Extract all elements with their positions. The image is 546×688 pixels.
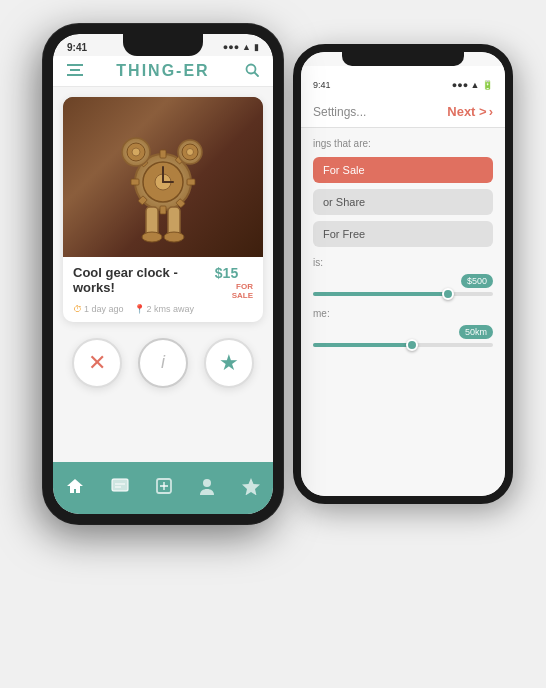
- svg-marker-35: [242, 478, 260, 495]
- card-title-text: Cool gear clock - works!: [73, 265, 215, 295]
- distance-slider-thumb[interactable]: [406, 339, 418, 351]
- distance-slider-fill: [313, 343, 412, 347]
- nav-profile[interactable]: [198, 477, 216, 495]
- settings-content: ings that are: For Sale or Share For Fre…: [301, 128, 505, 496]
- card-price-label: FOR SALE: [215, 282, 253, 300]
- price-slider-track[interactable]: [313, 292, 493, 296]
- svg-point-25: [164, 232, 184, 242]
- distance-slider-track[interactable]: [313, 343, 493, 347]
- status-time: 9:41: [67, 42, 87, 53]
- nav-post[interactable]: [155, 477, 173, 495]
- phone-back: 9:41 ●●● ▲ 🔋 Settings... Next > › ings t…: [293, 44, 513, 504]
- card-meta: ⏱ 1 day ago 📍 2 kms away: [73, 304, 253, 314]
- dismiss-button[interactable]: ✕: [72, 338, 122, 388]
- back-header: Settings... Next > ›: [301, 94, 505, 128]
- svg-point-34: [203, 479, 211, 487]
- bottom-nav: [53, 462, 273, 514]
- info-button[interactable]: i: [138, 338, 188, 388]
- nav-messages[interactable]: [110, 477, 130, 495]
- price-slider-fill: [313, 292, 448, 296]
- nav-home[interactable]: [65, 477, 85, 495]
- phone-screen: 9:41 ●●● ▲ ▮ THING-ER: [53, 34, 273, 514]
- card-area: Cool gear clock - works! $15 FOR SALE ⏱ …: [53, 87, 273, 462]
- filter-subtitle: ings that are:: [313, 138, 493, 149]
- like-button[interactable]: ★: [204, 338, 254, 388]
- distance-value: 50km: [459, 325, 493, 339]
- card-age: ⏱ 1 day ago: [73, 304, 124, 314]
- menu-icon[interactable]: [67, 63, 91, 79]
- svg-rect-8: [160, 150, 166, 158]
- svg-rect-11: [187, 179, 195, 185]
- svg-point-21: [187, 149, 194, 156]
- price-value: $500: [461, 274, 493, 288]
- phone-front: 9:41 ●●● ▲ ▮ THING-ER: [43, 24, 283, 524]
- card-distance: 📍 2 kms away: [134, 304, 195, 314]
- svg-rect-9: [160, 206, 166, 214]
- clock-icon: ⏱: [73, 304, 82, 314]
- search-icon[interactable]: [235, 63, 259, 80]
- filter-for-share[interactable]: or Share: [313, 189, 493, 215]
- svg-rect-10: [131, 179, 139, 185]
- app-logo: THING-ER: [91, 62, 235, 80]
- phone-notch: [123, 34, 203, 56]
- settings-title: Settings...: [313, 105, 366, 119]
- distance-slider-container: 50km: [313, 325, 493, 347]
- next-button[interactable]: Next > ›: [447, 104, 493, 119]
- card-title-row: Cool gear clock - works! $15 FOR SALE: [73, 265, 253, 300]
- app-header: THING-ER: [53, 56, 273, 87]
- svg-point-24: [142, 232, 162, 242]
- action-buttons: ✕ i ★: [63, 330, 263, 396]
- svg-point-18: [132, 148, 140, 156]
- back-status-bar: 9:41 ●●● ▲ 🔋: [301, 66, 505, 94]
- status-icons: ●●● ▲ ▮: [223, 42, 259, 52]
- price-section-label: is:: [313, 257, 493, 268]
- location-icon: 📍: [134, 304, 145, 314]
- distance-section-label: me:: [313, 308, 493, 319]
- filter-for-free[interactable]: For Free: [313, 221, 493, 247]
- price-slider-thumb[interactable]: [442, 288, 454, 300]
- for-sale-button[interactable]: For Sale: [313, 157, 493, 183]
- signal-icon: ●●●: [223, 42, 239, 52]
- svg-line-4: [255, 72, 259, 76]
- listing-card: Cool gear clock - works! $15 FOR SALE ⏱ …: [63, 97, 263, 322]
- for-share-button[interactable]: or Share: [313, 189, 493, 215]
- for-free-button[interactable]: For Free: [313, 221, 493, 247]
- wifi-icon: ▲: [242, 42, 251, 52]
- card-info: Cool gear clock - works! $15 FOR SALE ⏱ …: [63, 257, 263, 322]
- card-price: $15: [215, 265, 238, 281]
- battery-icon: ▮: [254, 42, 259, 52]
- card-image: [63, 97, 263, 257]
- filter-for-sale[interactable]: For Sale: [313, 157, 493, 183]
- nav-favorites[interactable]: [241, 477, 261, 495]
- price-slider-container: $500: [313, 274, 493, 296]
